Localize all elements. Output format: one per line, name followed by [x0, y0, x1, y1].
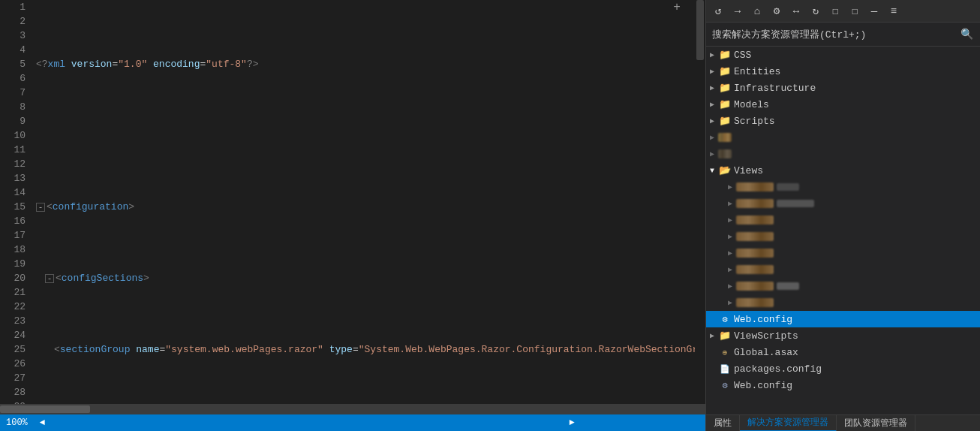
tree-item-webconfig[interactable]: ⚙ Web.config — [706, 311, 980, 327]
attr: version — [65, 57, 112, 71]
toolbar-home-btn[interactable]: ⌂ — [748, 2, 766, 20]
val: "utf-8" — [206, 57, 247, 71]
expand-icon-vc2[interactable]: ▶ — [724, 195, 736, 212]
expand-icon-vc3[interactable]: ▶ — [724, 212, 736, 228]
expand-icon-css[interactable]: ▶ — [706, 47, 718, 63]
tree-item-views[interactable]: ▼ 📂 Views — [706, 162, 980, 179]
toolbar-forward-btn[interactable]: → — [729, 2, 747, 20]
expand-icon-blurred-1[interactable]: ▶ — [706, 129, 718, 146]
horizontal-scrollbar[interactable] — [0, 404, 705, 414]
code-line-5: <sectionGroup name="system.web.webPages.… — [36, 342, 695, 357]
bottom-tab-properties[interactable]: 属性 — [706, 415, 740, 432]
line-22: 22 — [0, 300, 26, 314]
toolbar-expand-btn[interactable]: ☐ — [846, 2, 864, 20]
bracket: <? — [36, 57, 48, 71]
line-5: 5 — [0, 57, 26, 71]
folder-icon-css: 📁 — [718, 48, 732, 62]
scroll-arrows: ◄ ► — [40, 417, 575, 428]
folder-icon-blurred-1 — [718, 131, 732, 144]
code-content[interactable]: + <?xml version="1.0" encoding="utf-8"?>… — [32, 0, 695, 404]
tree-item-models[interactable]: ▶ 📁 Models — [706, 96, 980, 113]
tree-item-views-child-4[interactable]: ▶ — [706, 228, 980, 245]
tag: configuration — [53, 200, 128, 214]
line-20: 20 — [0, 271, 26, 285]
expand-icon-vc1[interactable]: ▶ — [724, 179, 736, 195]
line-21: 21 — [0, 285, 26, 300]
solution-explorer-tree[interactable]: ▶ 📁 CSS ▶ 📁 Entities ▶ 📁 Infrastructure … — [706, 47, 980, 414]
collapse-icon-4[interactable]: - — [45, 274, 54, 283]
toolbar-back-btn[interactable]: ↺ — [709, 2, 727, 20]
editor-panel: 1 2 3 4 5 6 7 8 9 10 11 12 13 14 15 16 1… — [0, 0, 705, 431]
expand-icon-infrastructure[interactable]: ▶ — [706, 80, 718, 96]
expand-icon-scripts[interactable]: ▶ — [706, 113, 718, 129]
tree-label-models: Models — [734, 99, 980, 110]
horizontal-scrollbar-thumb[interactable] — [0, 405, 90, 413]
tree-item-entities[interactable]: ▶ 📁 Entities — [706, 63, 980, 80]
bracket: < — [56, 271, 62, 285]
expand-icon-vc6[interactable]: ▶ — [724, 261, 736, 278]
eq: = — [353, 342, 359, 357]
tree-item-views-child-8[interactable]: ▶ — [706, 294, 980, 311]
line-4: 4 — [0, 43, 26, 57]
tag: configSections — [62, 271, 143, 285]
expand-icon-blurred-2[interactable]: ▶ — [706, 146, 718, 162]
search-icon-button[interactable]: 🔍 — [959, 27, 974, 42]
tree-item-packages-config[interactable]: 📄 packages.config — [706, 360, 980, 377]
tree-item-views-child-6[interactable]: ▶ — [706, 261, 980, 278]
tree-item-global-asax[interactable]: ⊕ Global.asax — [706, 344, 980, 360]
line-13: 13 — [0, 171, 26, 185]
tree-item-blurred-1[interactable]: ▶ — [706, 129, 980, 146]
bottom-tab-team-explorer[interactable]: 团队资源管理器 — [837, 415, 915, 432]
line-16: 16 — [0, 214, 26, 228]
toolbar-menu-btn[interactable]: ≡ — [885, 2, 903, 20]
tree-item-views-child-1[interactable]: ▶ — [706, 179, 980, 195]
line-17: 17 — [0, 228, 26, 243]
expand-icon-entities[interactable]: ▶ — [706, 63, 718, 80]
expand-icon-vc7[interactable]: ▶ — [724, 278, 736, 294]
tree-item-views-child-7[interactable]: ▶ — [706, 278, 980, 294]
code-line-2 — [36, 128, 695, 143]
tree-item-viewscripts[interactable]: ▶ 📁 ViewScripts — [706, 327, 980, 344]
line-7: 7 — [0, 86, 26, 100]
tree-item-views-child-3[interactable]: ▶ — [706, 212, 980, 228]
editor-plus-button[interactable]: + — [669, 0, 684, 14]
status-bar: 100% ◄ ► — [0, 414, 705, 431]
line-19: 19 — [0, 257, 26, 271]
tree-item-views-child-2[interactable]: ▶ — [706, 195, 980, 212]
expand-icon-views[interactable]: ▼ — [706, 162, 718, 179]
folder-icon-scripts: 📁 — [718, 114, 732, 128]
line-3: 3 — [0, 29, 26, 43]
line-27: 27 — [0, 371, 26, 385]
file-icon-webconfig2: ⚙ — [718, 378, 732, 392]
toolbar-refresh-btn[interactable]: ↻ — [807, 2, 825, 20]
folder-icon-viewscripts: 📁 — [718, 329, 732, 342]
tree-item-views-child-5[interactable]: ▶ — [706, 245, 980, 261]
eq: = — [200, 57, 206, 71]
expand-icon-vc4[interactable]: ▶ — [724, 228, 736, 245]
bottom-tabs: 属性 解决方案资源管理器 团队资源管理器 — [706, 414, 980, 431]
tag: sectionGroup — [60, 342, 131, 357]
tree-item-scripts[interactable]: ▶ 📁 Scripts — [706, 113, 980, 129]
toolbar-separator-btn[interactable]: — — [865, 2, 883, 20]
toolbar-settings-btn[interactable]: ⚙ — [768, 2, 786, 20]
line-6: 6 — [0, 71, 26, 86]
vertical-scrollbar[interactable] — [695, 0, 705, 404]
tree-item-infrastructure[interactable]: ▶ 📁 Infrastructure — [706, 80, 980, 96]
expand-icon-vc8[interactable]: ▶ — [724, 294, 736, 311]
tree-item-webconfig-2[interactable]: ⚙ Web.config — [706, 377, 980, 393]
line-28: 28 — [0, 385, 26, 399]
bracket: ?> — [247, 57, 259, 71]
search-bar: 搜索解决方案资源管理器(Ctrl+;) 🔍 — [706, 23, 980, 47]
tree-item-css[interactable]: ▶ 📁 CSS — [706, 47, 980, 63]
folder-icon-infrastructure: 📁 — [718, 81, 732, 95]
folder-icon-entities: 📁 — [718, 65, 732, 78]
expand-icon-viewscripts[interactable]: ▶ — [706, 327, 718, 344]
toolbar-sync-btn[interactable]: ↔ — [787, 2, 805, 20]
collapse-icon-3[interactable]: - — [36, 203, 45, 212]
toolbar-collapse-btn[interactable]: ☐ — [826, 2, 844, 20]
vertical-scrollbar-thumb[interactable] — [696, 0, 704, 60]
bottom-tab-solution-explorer[interactable]: 解决方案资源管理器 — [740, 415, 837, 432]
tree-item-blurred-2[interactable]: ▶ — [706, 146, 980, 162]
expand-icon-models[interactable]: ▶ — [706, 96, 718, 113]
expand-icon-vc5[interactable]: ▶ — [724, 245, 736, 261]
